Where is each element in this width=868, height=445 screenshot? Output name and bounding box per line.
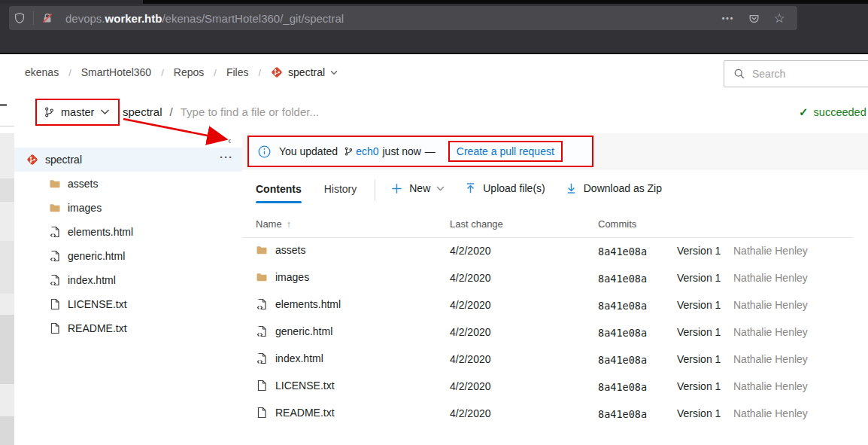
file-tree: spectral ··· xyxy=(14,148,242,340)
breadcrumb-project[interactable]: SmartHotel360 xyxy=(81,66,151,78)
build-status-label: succeeded xyxy=(814,106,866,118)
more-actions-icon[interactable]: ··· xyxy=(220,151,233,163)
folder-icon xyxy=(256,271,268,283)
update-banner: You updated ech0 just now — Create a pul… xyxy=(247,136,593,167)
page-actions-icon[interactable]: ••• xyxy=(718,8,739,28)
breadcrumb-repos[interactable]: Repos xyxy=(174,66,204,78)
author-cell: Nathalie Henley xyxy=(733,245,808,257)
tab-bar: Contents History New Upload file(s) Down… xyxy=(256,181,681,202)
item-icon xyxy=(49,202,61,214)
upload-icon xyxy=(464,181,477,195)
item-icon xyxy=(26,154,38,166)
file-row[interactable]: images 4/2/2020 8a41e08a Version 1 Natha… xyxy=(242,265,868,292)
branch-link[interactable]: ech0 xyxy=(356,145,378,157)
upload-files-button[interactable]: Upload file(s) xyxy=(464,181,545,196)
url-bar[interactable]: devops.worker.htb/ekenas/SmartHotel360/_… xyxy=(9,6,797,30)
breadcrumb-org[interactable]: ekenas xyxy=(25,66,59,78)
rail-block xyxy=(0,315,14,384)
commit-hash[interactable]: 8a41e08a xyxy=(598,408,647,420)
chevron-down-icon xyxy=(436,186,445,191)
version-cell: Version 1 xyxy=(677,380,721,392)
file-name-cell[interactable]: LICENSE.txt xyxy=(256,379,335,392)
window-top-strip xyxy=(0,0,143,4)
file-row[interactable]: README.txt 4/2/2020 8a41e08a Version 1 N… xyxy=(242,401,868,428)
file-row[interactable]: generic.html 4/2/2020 8a41e08a Version 1… xyxy=(242,319,868,346)
breadcrumb-separator: / xyxy=(258,67,261,78)
file-name-cell[interactable]: elements.html xyxy=(256,298,341,310)
item-name: README.txt xyxy=(68,322,127,334)
tree-item[interactable]: elements.html xyxy=(14,220,242,244)
file-icon xyxy=(49,322,61,334)
item-name: images xyxy=(68,202,102,214)
url-prefix: devops. xyxy=(65,12,105,25)
banner-suffix: just now xyxy=(382,145,420,157)
pocket-icon[interactable] xyxy=(743,8,764,28)
file-icon xyxy=(49,298,61,310)
build-status-badge[interactable]: ✓ succeeded xyxy=(799,105,866,119)
column-header-commits[interactable]: Commits xyxy=(598,218,636,230)
file-row[interactable]: elements.html 4/2/2020 8a41e08a Version … xyxy=(242,292,868,319)
tree-item[interactable]: images xyxy=(14,196,242,220)
file-row[interactable]: index.html 4/2/2020 8a41e08a Version 1 N… xyxy=(242,346,868,373)
tree-item[interactable]: LICENSE.txt xyxy=(14,292,242,316)
item-icon xyxy=(256,352,268,364)
tracking-protection-shield-icon[interactable] xyxy=(9,8,30,28)
tree-item[interactable]: spectral ··· xyxy=(14,148,242,172)
plus-icon xyxy=(390,182,403,195)
branch-selector-button[interactable]: master xyxy=(35,99,120,126)
tab-contents[interactable]: Contents xyxy=(256,181,302,201)
bookmark-star-icon[interactable]: ☆ xyxy=(769,8,790,28)
file-name-cell[interactable]: assets xyxy=(256,244,305,256)
breadcrumb-files[interactable]: Files xyxy=(226,66,249,78)
tab-history[interactable]: History xyxy=(324,181,357,201)
breadcrumb-repo-picker[interactable]: spectral xyxy=(271,66,338,78)
author-cell: Nathalie Henley xyxy=(733,272,808,284)
file-row[interactable]: assets 4/2/2020 8a41e08a Version 1 Natha… xyxy=(242,238,868,265)
find-file-input[interactable]: Type to find a file or folder... xyxy=(181,105,319,118)
html-file-icon xyxy=(49,274,61,286)
url-path: /ekenas/SmartHotel360/_git/spectral xyxy=(162,12,344,25)
file-row[interactable]: LICENSE.txt 4/2/2020 8a41e08a Version 1 … xyxy=(242,373,868,401)
tree-item[interactable]: assets xyxy=(14,172,242,196)
breadcrumb-separator: / xyxy=(161,67,164,78)
item-icon xyxy=(256,244,268,256)
download-button-label: Download as Zip xyxy=(584,181,662,196)
tree-item[interactable]: generic.html xyxy=(14,244,242,268)
item-icon xyxy=(256,271,268,283)
tree-item[interactable]: index.html xyxy=(14,268,242,292)
author-cell: Nathalie Henley xyxy=(733,299,808,311)
new-button[interactable]: New xyxy=(390,181,445,196)
search-input[interactable]: Search xyxy=(724,60,868,87)
file-icon xyxy=(256,407,268,419)
commit-hash[interactable]: 8a41e08a xyxy=(598,245,647,258)
commit-hash[interactable]: 8a41e08a xyxy=(598,300,647,312)
create-pull-request-link[interactable]: Create a pull request xyxy=(457,145,554,157)
insecure-lock-icon[interactable] xyxy=(37,8,58,28)
info-icon xyxy=(258,145,271,158)
column-header-name[interactable]: Name↑ xyxy=(256,218,291,230)
last-change-cell: 4/2/2020 xyxy=(450,380,491,392)
commit-hash[interactable]: 8a41e08a xyxy=(598,327,647,339)
download-zip-button[interactable]: Download as Zip xyxy=(565,181,662,196)
tree-item[interactable]: README.txt xyxy=(14,316,242,340)
rail-block xyxy=(0,178,14,202)
file-name-cell[interactable]: index.html xyxy=(256,352,323,364)
commit-hash[interactable]: 8a41e08a xyxy=(598,354,647,366)
commit-hash[interactable]: 8a41e08a xyxy=(598,273,647,285)
item-icon xyxy=(49,274,61,286)
url-text[interactable]: devops.worker.htb/ekenas/SmartHotel360/_… xyxy=(65,12,344,25)
sidebar-collapse-icon[interactable]: ‹ xyxy=(228,135,231,146)
file-name-cell[interactable]: images xyxy=(256,271,309,283)
commit-hash[interactable]: 8a41e08a xyxy=(598,381,647,393)
file-name-cell[interactable]: generic.html xyxy=(256,325,332,337)
breadcrumb: ekenas / SmartHotel360 / Repos / Files /… xyxy=(25,66,338,78)
git-branch-icon xyxy=(344,146,354,157)
column-header-last-change[interactable]: Last change xyxy=(450,218,503,230)
html-file-icon xyxy=(49,226,61,238)
file-name-cell[interactable]: README.txt xyxy=(256,407,335,419)
breadcrumb-repo-name: spectral xyxy=(288,66,325,78)
last-change-cell: 4/2/2020 xyxy=(450,326,491,338)
breadcrumb-separator: / xyxy=(68,67,71,78)
file-icon xyxy=(256,379,268,392)
item-icon xyxy=(49,226,61,238)
